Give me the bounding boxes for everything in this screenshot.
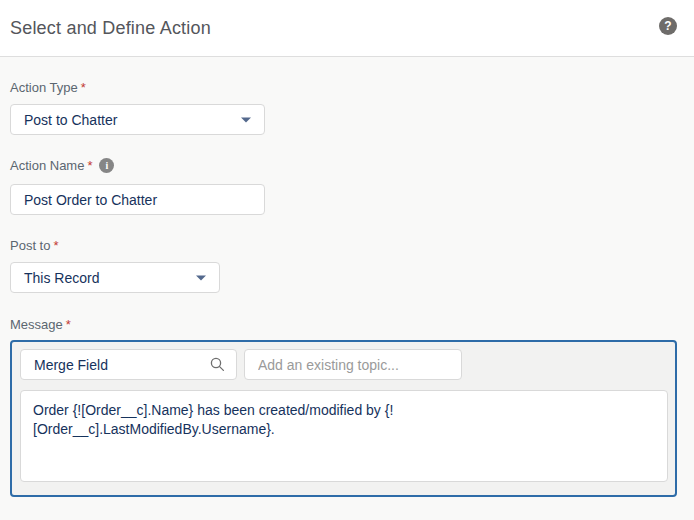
post-to-label: Post to	[10, 238, 50, 253]
add-topic-input[interactable]	[244, 349, 462, 380]
action-name-label: Action Name	[10, 158, 84, 173]
merge-field-lookup[interactable]: Merge Field	[20, 349, 237, 380]
action-type-label-row: Action Type*	[10, 80, 86, 95]
post-to-selected-value: This Record	[24, 270, 99, 286]
search-icon[interactable]	[210, 357, 225, 372]
message-label: Message	[10, 317, 63, 332]
message-composer: Merge Field Order {![Order__c].Name} has…	[10, 340, 677, 497]
panel-header: Select and Define Action ?	[0, 0, 694, 57]
action-type-dropdown[interactable]: Post to Chatter	[10, 104, 265, 135]
help-icon[interactable]: ?	[659, 17, 677, 35]
required-asterisk: *	[53, 238, 58, 253]
page-title: Select and Define Action	[10, 18, 211, 39]
action-type-label: Action Type	[10, 80, 78, 95]
merge-field-label: Merge Field	[34, 357, 210, 373]
required-asterisk: *	[81, 80, 86, 95]
post-to-dropdown[interactable]: This Record	[10, 262, 220, 293]
action-name-label-row: Action Name* i	[10, 158, 114, 173]
chevron-down-icon	[196, 275, 206, 280]
message-label-row: Message*	[10, 317, 71, 332]
info-icon[interactable]: i	[99, 158, 114, 173]
required-asterisk: *	[87, 158, 92, 173]
action-type-selected-value: Post to Chatter	[24, 112, 117, 128]
message-body-textarea[interactable]: Order {![Order__c].Name} has been create…	[20, 390, 668, 482]
post-to-label-row: Post to*	[10, 238, 59, 253]
action-name-input[interactable]	[10, 184, 265, 215]
chevron-down-icon	[241, 117, 251, 122]
required-asterisk: *	[66, 317, 71, 332]
